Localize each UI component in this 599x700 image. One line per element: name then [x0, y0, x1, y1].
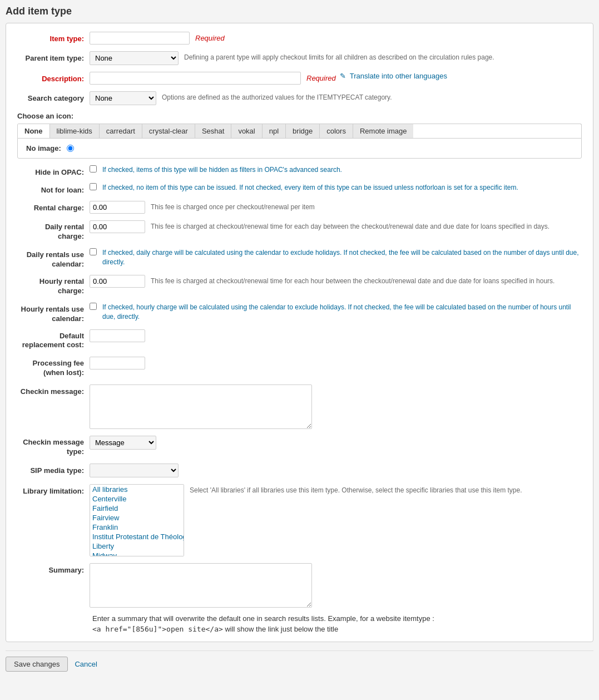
- cancel-link[interactable]: Cancel: [75, 660, 97, 668]
- item-type-row: Item type: Required: [17, 32, 582, 45]
- checkin-message-type-row: Checkin message type: Message: [17, 436, 582, 457]
- search-category-select[interactable]: None: [90, 91, 156, 105]
- rental-charge-text: This fee is charged once per checkout/re…: [151, 201, 582, 211]
- processing-fee-row: Processing fee (when lost):: [17, 357, 582, 378]
- library-option-institut: Institut Protestant de Théologie: [90, 532, 184, 541]
- library-option-fairview: Fairview: [90, 513, 184, 522]
- hourly-rentals-cal-row: Hourly rentals use calendar: If checked,…: [17, 303, 582, 324]
- icon-tab-seshat[interactable]: Seshat: [195, 124, 231, 138]
- hide-in-opac-text: If checked, items of this type will be h…: [102, 165, 582, 175]
- item-type-label: Item type:: [17, 32, 90, 44]
- hourly-rental-text: This fee is charged at checkout/renewal …: [151, 275, 582, 285]
- icon-tab-vokal[interactable]: vokal: [231, 124, 262, 138]
- save-button[interactable]: Save changes: [6, 657, 68, 672]
- description-required: Required: [306, 72, 336, 82]
- page-title: Add item type: [6, 6, 593, 17]
- icon-tabs: None liblime-kids carredart crystal-clea…: [17, 124, 582, 138]
- search-category-label: Search category: [17, 91, 90, 103]
- hide-in-opac-label: Hide in OPAC:: [17, 165, 90, 178]
- hourly-rental-label: Hourly rental charge:: [17, 275, 90, 296]
- icon-tab-remote-image[interactable]: Remote image: [353, 124, 414, 138]
- library-option-liberty: Liberty: [90, 541, 184, 551]
- search-category-control: None Options are defined as the authoriz…: [90, 91, 582, 105]
- checkin-message-control: [90, 384, 582, 429]
- daily-rental-control: This fee is charged at checkout/renewal …: [90, 220, 582, 233]
- translate-link[interactable]: Translate into other languages: [350, 72, 447, 80]
- hourly-rental-input[interactable]: [90, 275, 145, 288]
- not-for-loan-checkbox[interactable]: [90, 183, 97, 190]
- checkin-message-type-select[interactable]: Message: [90, 436, 156, 450]
- daily-rentals-cal-control: If checked, daily charge will be calcula…: [90, 248, 582, 267]
- sip-media-type-select[interactable]: [90, 464, 179, 477]
- pencil-icon: ✎: [340, 72, 346, 80]
- parent-item-type-helper: Defining a parent type will apply checko…: [184, 51, 582, 61]
- icon-tab-bridge[interactable]: bridge: [286, 124, 320, 138]
- processing-fee-label: Processing fee (when lost):: [17, 357, 90, 378]
- icon-tab-npl[interactable]: npl: [263, 124, 286, 138]
- bottom-bar: Save changes Cancel: [6, 650, 593, 677]
- library-limitation-listbox[interactable]: All libraries Centerville Fairfield Fair…: [90, 484, 184, 556]
- library-option-franklin: Franklin: [90, 522, 184, 532]
- not-for-loan-label: Not for loan:: [17, 183, 90, 195]
- icon-tab-liblime-kids[interactable]: liblime-kids: [50, 124, 100, 138]
- summary-hint1: Enter a summary that will overwrite the …: [17, 614, 582, 623]
- library-limitation-helper: Select 'All libraries' if all libraries …: [190, 484, 582, 494]
- hourly-rentals-cal-label: Hourly rentals use calendar:: [17, 303, 90, 324]
- no-image-radio[interactable]: [67, 145, 74, 152]
- daily-rental-input[interactable]: [90, 220, 145, 233]
- checkin-message-type-label: Checkin message type:: [17, 436, 90, 457]
- search-category-row: Search category None Options are defined…: [17, 91, 582, 105]
- library-option-centerville: Centerville: [90, 494, 184, 504]
- daily-rentals-cal-checkbox[interactable]: [90, 248, 97, 255]
- processing-fee-input[interactable]: [90, 357, 145, 369]
- hide-in-opac-control: If checked, items of this type will be h…: [90, 165, 582, 175]
- not-for-loan-control: If checked, no item of this type can be …: [90, 183, 582, 193]
- add-item-type-form: Item type: Required Parent item type: No…: [6, 23, 593, 642]
- icon-tab-none[interactable]: None: [18, 124, 50, 138]
- hourly-rental-control: This fee is charged at checkout/renewal …: [90, 275, 582, 288]
- processing-fee-control: [90, 357, 582, 369]
- rental-charge-row: Rental charge: This fee is charged once …: [17, 201, 582, 214]
- no-image-label: No image:: [26, 144, 61, 152]
- hourly-rentals-cal-control: If checked, hourly charge will be calcul…: [90, 303, 582, 322]
- checkin-message-textarea[interactable]: [90, 384, 312, 429]
- summary-row: Summary:: [17, 563, 582, 608]
- description-control: Required ✎ Translate into other language…: [90, 72, 582, 85]
- icon-tab-content: No image:: [17, 138, 582, 159]
- item-type-input[interactable]: [90, 32, 190, 45]
- icon-tab-colors[interactable]: colors: [320, 124, 353, 138]
- library-limitation-control: All libraries Centerville Fairfield Fair…: [90, 484, 582, 556]
- summary-label: Summary:: [17, 563, 90, 575]
- sip-media-type-row: SIP media type:: [17, 464, 582, 477]
- not-for-loan-row: Not for loan: If checked, no item of thi…: [17, 183, 582, 195]
- daily-rentals-cal-text: If checked, daily charge will be calcula…: [102, 248, 582, 267]
- summary-textarea[interactable]: [90, 563, 312, 608]
- daily-rental-text: This fee is charged at checkout/renewal …: [151, 220, 582, 230]
- library-option-all: All libraries: [90, 485, 184, 494]
- library-limitation-row: Library limitation: All libraries Center…: [17, 484, 582, 556]
- description-input[interactable]: [90, 72, 301, 85]
- not-for-loan-text: If checked, no item of this type can be …: [102, 183, 582, 193]
- sip-media-type-label: SIP media type:: [17, 464, 90, 476]
- parent-item-type-select[interactable]: None: [90, 51, 179, 65]
- default-replacement-control: [90, 329, 582, 342]
- daily-rental-row: Daily rental charge: This fee is charged…: [17, 220, 582, 241]
- checkin-message-label: Checkin message:: [17, 384, 90, 397]
- icon-tab-carredart[interactable]: carredart: [100, 124, 142, 138]
- hide-in-opac-checkbox[interactable]: [90, 165, 97, 172]
- rental-charge-input[interactable]: [90, 201, 145, 214]
- hourly-rentals-cal-text: If checked, hourly charge will be calcul…: [102, 303, 582, 322]
- default-replacement-input[interactable]: [90, 329, 145, 342]
- library-option-midway: Midway: [90, 551, 184, 556]
- daily-rentals-cal-row: Daily rentals use calendar: If checked, …: [17, 248, 582, 269]
- hourly-rental-row: Hourly rental charge: This fee is charge…: [17, 275, 582, 296]
- icon-section: Choose an icon: None liblime-kids carred…: [17, 112, 582, 159]
- hourly-rentals-cal-checkbox[interactable]: [90, 303, 97, 310]
- parent-item-type-row: Parent item type: None Defining a parent…: [17, 51, 582, 65]
- checkin-message-row: Checkin message:: [17, 384, 582, 429]
- library-limitation-label: Library limitation:: [17, 484, 90, 496]
- icon-tab-crystal-clear[interactable]: crystal-clear: [142, 124, 195, 138]
- item-type-required: Required: [195, 32, 225, 42]
- icon-section-label: Choose an icon:: [17, 112, 582, 120]
- checkin-message-type-control: Message: [90, 436, 582, 450]
